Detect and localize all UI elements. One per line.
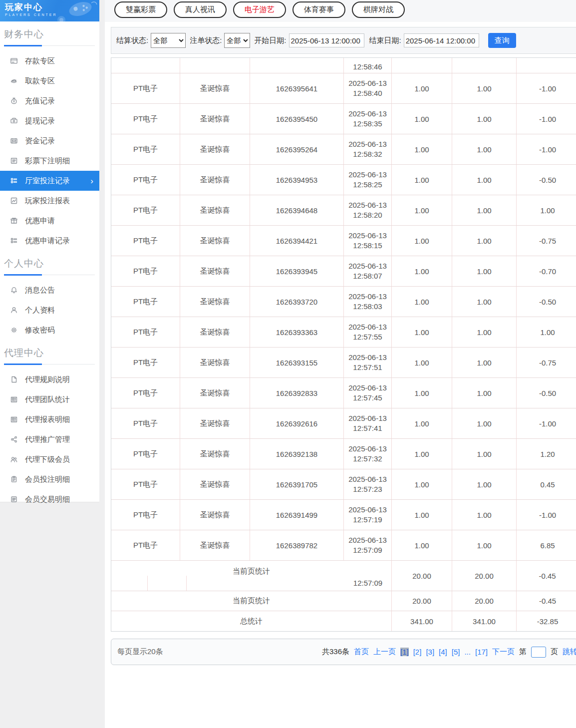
valid-amount-cell: 1.00 — [452, 408, 517, 438]
page-summary-row-glitch: 当前页统计20.0020.00-0.4512:57:09 — [111, 561, 576, 591]
datetime-cell: 2025-06-1312:57:19 — [344, 500, 392, 530]
bet-amount-cell — [392, 58, 452, 73]
page-link-1[interactable]: [1] — [400, 648, 409, 656]
table-row: PT电子圣诞惊喜16263956412025-06-1312:58:401.00… — [111, 73, 576, 104]
settle-status-select[interactable]: 全部 — [151, 33, 186, 48]
start-date-input[interactable] — [289, 33, 364, 47]
sidebar-item-label: 代理报表明细 — [25, 415, 70, 424]
sidebar-item-代理团队统计[interactable]: 代理团队统计 — [0, 389, 99, 409]
sidebar-section-title: 代理中心 — [4, 347, 99, 360]
sidebar-item-代理推广管理[interactable]: 代理推广管理 — [0, 429, 99, 449]
sidebar-item-代理规则说明[interactable]: 代理规则说明 — [0, 369, 99, 389]
winloss-cell: -1.00 — [517, 104, 576, 134]
sidebar-item-会员交易明细[interactable]: 会员交易明细 — [0, 489, 99, 509]
page-link-2[interactable]: [2] — [413, 648, 422, 656]
funds-icon — [10, 137, 18, 145]
tab-雙赢彩票[interactable]: 雙赢彩票 — [114, 1, 167, 18]
table-row: PT电子圣诞惊喜16263931552025-06-1312:57:511.00… — [111, 348, 576, 378]
game-cell: 圣诞惊喜 — [180, 500, 250, 530]
sidebar-item-优惠申请记录[interactable]: 优惠申请记录 — [0, 231, 99, 251]
sidebar-item-提现记录[interactable]: 提现记录 — [0, 111, 99, 131]
jump-page-input[interactable] — [531, 647, 546, 658]
page-link-3[interactable]: [3] — [426, 648, 434, 656]
game-cell: 圣诞惊喜 — [180, 408, 250, 438]
valid-amount-cell: 1.00 — [452, 165, 517, 195]
order-no-cell — [250, 58, 344, 73]
valid-amount-cell: 1.00 — [452, 530, 517, 560]
table-row: PT电子圣诞惊喜16263926162025-06-1312:57:411.00… — [111, 408, 576, 439]
bet-amount-cell: 1.00 — [392, 134, 452, 164]
sidebar-item-label: 代理团队统计 — [25, 395, 70, 404]
datetime-cell: 2025-06-1312:58:15 — [344, 226, 392, 256]
summary-winloss-cell: -0.45 — [517, 591, 576, 611]
sidebar-item-label: 玩家投注报表 — [25, 196, 70, 206]
start-date-label: 开始日期: — [254, 36, 286, 45]
tab-体育赛事[interactable]: 体育赛事 — [292, 1, 345, 18]
valid-amount-cell: 1.00 — [452, 469, 517, 499]
query-button[interactable]: 查询 — [488, 33, 516, 48]
valid-amount-cell: 1.00 — [452, 287, 517, 317]
sidebar-item-资金记录[interactable]: 资金记录 — [0, 131, 99, 151]
vendor-cell: PT电子 — [111, 348, 180, 377]
vendor-cell: PT电子 — [111, 256, 180, 286]
game-cell: 圣诞惊喜 — [180, 348, 250, 377]
tab-棋牌对战[interactable]: 棋牌对战 — [352, 1, 405, 18]
gamepad-icon — [53, 0, 99, 21]
jump-prefix-label: 第 — [519, 647, 527, 657]
layout-list-icon — [10, 177, 18, 185]
vendor-cell: PT电子 — [111, 408, 180, 438]
bet-amount-cell: 1.00 — [392, 378, 452, 408]
clipboard-icon — [10, 475, 18, 483]
order-status-select[interactable]: 全部 — [224, 33, 250, 48]
tab-电子游艺[interactable]: 电子游艺 — [233, 1, 286, 18]
sidebar-item-label: 消息公告 — [25, 286, 55, 295]
sidebar-item-代理下级会员[interactable]: 代理下级会员 — [0, 449, 99, 469]
sidebar-item-厅室投注记录[interactable]: 厅室投注记录› — [0, 171, 99, 191]
valid-amount-cell: 1.00 — [452, 317, 517, 347]
sidebar-item-彩票下注明细[interactable]: 彩票下注明细 — [0, 151, 99, 171]
bet-amount-cell: 1.00 — [392, 439, 452, 469]
winloss-cell — [517, 58, 576, 73]
order-no-cell: 1626392616 — [250, 408, 344, 438]
sidebar-item-取款专区[interactable]: 取款专区 — [0, 71, 99, 91]
end-date-input[interactable] — [404, 33, 479, 47]
sidebar-item-消息公告[interactable]: 消息公告 — [0, 280, 99, 300]
sidebar-item-存款专区[interactable]: 存款专区 — [0, 51, 99, 71]
sidebar-item-优惠申请[interactable]: 优惠申请 — [0, 211, 99, 231]
tab-真人视讯[interactable]: 真人视讯 — [174, 1, 227, 18]
page-link-4[interactable]: [4] — [439, 648, 447, 656]
valid-amount-cell: 1.00 — [452, 104, 517, 134]
bet-amount-cell: 1.00 — [392, 500, 452, 530]
datetime-cell: 2025-06-1312:57:45 — [344, 378, 392, 408]
page-link-17[interactable]: [17] — [475, 648, 488, 656]
sidebar-section: 财务中心存款专区取款专区充值记录提现记录资金记录彩票下注明细厅室投注记录›玩家投… — [0, 28, 99, 251]
sidebar-item-会员投注明细[interactable]: 会员投注明细 — [0, 469, 99, 489]
section-underline — [4, 45, 95, 46]
page-link-首页[interactable]: 首页 — [354, 647, 369, 657]
page-link-上一页[interactable]: 上一页 — [373, 647, 396, 657]
sidebar-item-代理报表明细[interactable]: 代理报表明细 — [0, 409, 99, 429]
chart-icon — [10, 197, 18, 205]
page-link-下一页[interactable]: 下一页 — [492, 647, 515, 657]
datetime-cell: 2025-06-1312:58:40 — [344, 73, 392, 103]
datetime-cell: 2025-06-1312:58:03 — [344, 287, 392, 317]
vendor-cell: PT电子 — [111, 104, 180, 134]
order-no-cell: 1626395450 — [250, 104, 344, 134]
jump-suffix-label: 页 — [551, 647, 558, 657]
winloss-cell: 0.45 — [517, 469, 576, 499]
page-link-5[interactable]: [5] — [452, 648, 460, 656]
vendor-cell: PT电子 — [111, 469, 180, 499]
sidebar-item-充值记录[interactable]: 充值记录 — [0, 91, 99, 111]
bet-amount-cell: 1.00 — [392, 530, 452, 560]
winloss-cell: -1.00 — [517, 134, 576, 164]
table-row: PT电子圣诞惊喜16263954502025-06-1312:58:351.00… — [111, 104, 576, 134]
sidebar-item-玩家投注报表[interactable]: 玩家投注报表 — [0, 191, 99, 211]
vendor-cell: PT电子 — [111, 378, 180, 408]
bet-amount-cell: 1.00 — [392, 317, 452, 347]
sidebar-item-个人资料[interactable]: 个人资料 — [0, 300, 99, 320]
pagination-bar: 每页显示20条 共336条 首页上一页[1][2][3][4][5]...[17… — [111, 639, 576, 665]
page-link-...[interactable]: ... — [464, 648, 471, 656]
bet-amount-cell: 1.00 — [392, 408, 452, 438]
sidebar-item-修改密码[interactable]: 修改密码 — [0, 320, 99, 340]
jump-go-link[interactable]: 跳转 — [563, 647, 576, 657]
